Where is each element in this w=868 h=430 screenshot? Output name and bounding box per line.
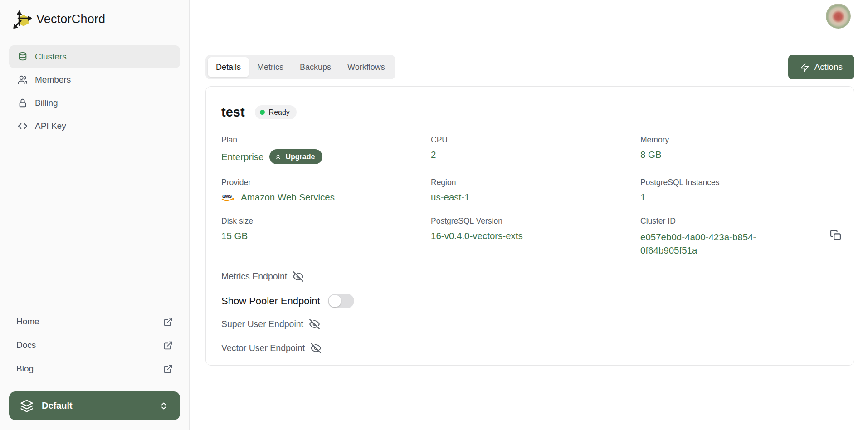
sidebar-item-label: API Key [35,121,66,131]
field-value: e057eb0d-4a00-423a-b854-0f64b905f51a [640,230,782,257]
user-avatar[interactable] [826,4,851,29]
pooler-toggle-switch[interactable] [328,294,354,308]
upgrade-button[interactable]: Upgrade [269,149,322,164]
link-blog[interactable]: Blog [10,357,179,381]
field-label: Region [431,178,640,187]
pooler-toggle-label: Show Pooler Endpoint [221,295,320,307]
eye-off-icon[interactable] [311,343,321,353]
field-provider: Provider aws Amazon Web Services [221,178,431,203]
chevrons-up-down-icon [158,401,169,411]
main-content: Details Metrics Backups Workflows Action… [190,0,868,430]
vector-user-endpoint-label: Vector User Endpoint [221,343,305,353]
sidebar-external-links: Home Docs Blog [0,310,189,387]
link-docs[interactable]: Docs [10,333,179,357]
lock-icon [18,98,28,108]
field-label: Cluster ID [640,216,839,226]
cluster-name: test [221,105,245,120]
field-memory: Memory 8 GB [640,135,839,164]
chevrons-up-icon [274,153,282,161]
sidebar-item-clusters[interactable]: Clusters [9,45,180,68]
link-label: Blog [16,364,34,374]
sidebar-item-label: Clusters [35,52,67,62]
field-pg-version: PostgreSQL Version 16-v0.4.0-vectors-ext… [431,216,640,257]
field-label: Disk size [221,216,431,226]
field-label: Provider [221,178,431,187]
brand-name: VectorChord [36,12,105,26]
sidebar-item-billing[interactable]: Billing [9,92,180,114]
link-label: Home [16,317,39,327]
actions-button[interactable]: Actions [788,55,854,79]
field-label: PostgreSQL Instances [640,178,839,187]
tab-details[interactable]: Details [208,57,249,77]
field-value: 15 GB [221,230,431,241]
eye-off-icon[interactable] [293,271,303,282]
super-user-endpoint-label: Super User Endpoint [221,319,303,329]
tab-workflows[interactable]: Workflows [339,57,393,77]
users-icon [18,75,28,85]
metrics-endpoint-row: Metrics Endpoint [221,271,839,282]
field-plan: Plan Enterprise Upgrade [221,135,431,164]
external-link-icon [163,364,173,374]
field-disk-size: Disk size 15 GB [221,216,431,257]
sidebar-item-members[interactable]: Members [9,68,180,91]
pooler-endpoint-row: Show Pooler Endpoint [221,294,839,308]
field-label: Memory [640,135,839,145]
vector-user-endpoint-row: Vector User Endpoint [221,343,839,353]
tab-label: Backups [300,63,331,72]
field-value: us-east-1 [431,192,640,203]
copy-cluster-id-button[interactable] [828,228,843,244]
tab-label: Metrics [257,63,283,72]
field-value: 2 [431,149,640,160]
status-dot-icon [260,110,265,115]
toolbar-row: Details Metrics Backups Workflows Action… [205,55,854,79]
sidebar-item-label: Billing [35,98,58,108]
cluster-tabs: Details Metrics Backups Workflows [205,55,395,79]
cluster-fields-grid: Plan Enterprise Upgrade CPU [221,135,839,257]
field-cpu: CPU 2 [431,135,640,164]
super-user-endpoint-row: Super User Endpoint [221,319,839,329]
status-label: Ready [269,108,290,117]
database-icon [18,52,28,62]
field-value: Amazon Web Services [241,192,335,203]
actions-label: Actions [814,62,843,72]
field-label: CPU [431,135,640,145]
link-label: Docs [16,340,36,350]
field-value: Enterprise [221,151,263,162]
metrics-endpoint-label: Metrics Endpoint [221,271,287,282]
sidebar-nav: Clusters Members Billing [0,39,189,137]
bolt-icon [800,63,809,72]
svg-text:aws: aws [222,193,232,198]
field-region: Region us-east-1 [431,178,640,203]
link-home[interactable]: Home [10,310,179,333]
code-icon [18,121,28,131]
upgrade-label: Upgrade [285,153,315,161]
sidebar-item-label: Members [35,75,71,85]
org-switcher-button[interactable]: Default [9,391,180,420]
field-label: Plan [221,135,431,145]
field-label: PostgreSQL Version [431,216,640,226]
vectorchord-logo-icon [12,9,33,30]
tab-backups[interactable]: Backups [292,57,339,77]
toggle-knob [329,295,341,307]
field-cluster-id: Cluster ID e057eb0d-4a00-423a-b854-0f64b… [640,216,839,257]
copy-icon [830,230,841,241]
sidebar-item-api-key[interactable]: API Key [9,115,180,137]
org-name: Default [42,401,73,411]
eye-off-icon[interactable] [309,319,320,329]
tab-label: Workflows [347,63,385,72]
layers-icon [20,399,34,413]
field-value: 8 GB [640,149,839,160]
field-pg-instances: PostgreSQL Instances 1 [640,178,839,203]
brand-header[interactable]: VectorChord [0,0,189,39]
external-link-icon [163,317,173,327]
field-value: 16-v0.4.0-vectors-exts [431,230,640,241]
status-badge: Ready [255,105,297,119]
sidebar: VectorChord Clusters Members [0,0,190,430]
field-value: 1 [640,192,839,203]
cluster-title-row: test Ready [221,105,839,120]
external-link-icon [163,341,173,350]
tab-metrics[interactable]: Metrics [249,57,292,77]
cluster-details-card: test Ready Plan Enterprise [205,86,854,366]
aws-logo-icon: aws [221,192,235,203]
app-window: VectorChord Clusters Members [0,0,868,430]
